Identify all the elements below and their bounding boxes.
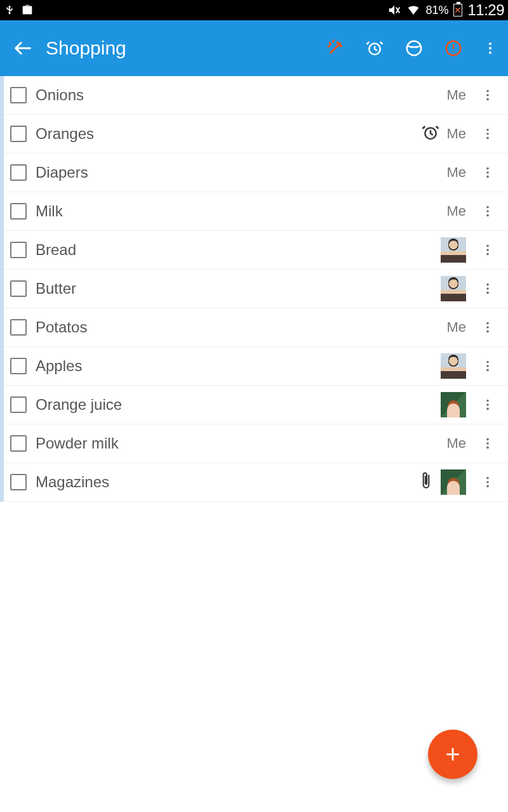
assignee-avatar bbox=[441, 276, 466, 301]
svg-point-49 bbox=[486, 477, 489, 480]
clock-text: 11:29 bbox=[467, 1, 504, 19]
battery-icon: ✕ bbox=[453, 4, 462, 16]
assignee-avatar bbox=[441, 237, 466, 263]
item-overflow-button[interactable] bbox=[475, 154, 500, 192]
status-bar: 81% ✕ 11:29 bbox=[0, 0, 508, 20]
item-label: Oranges bbox=[36, 125, 412, 143]
assignee-avatar bbox=[441, 469, 466, 495]
svg-point-11 bbox=[486, 98, 489, 101]
svg-point-18 bbox=[486, 171, 489, 174]
svg-point-25 bbox=[486, 245, 489, 247]
list-item[interactable]: Bread bbox=[4, 231, 508, 270]
svg-point-43 bbox=[486, 408, 489, 410]
svg-point-27 bbox=[486, 253, 489, 256]
item-label: Onions bbox=[36, 86, 438, 104]
svg-point-26 bbox=[486, 249, 489, 251]
item-overflow-button[interactable] bbox=[475, 231, 500, 269]
svg-point-29 bbox=[486, 284, 489, 286]
svg-point-19 bbox=[486, 176, 489, 178]
assignee-avatar bbox=[441, 353, 466, 379]
item-checkbox[interactable] bbox=[10, 164, 27, 181]
list-item[interactable]: Orange juice bbox=[4, 386, 508, 424]
briefcase-check-icon bbox=[20, 3, 34, 17]
svg-point-42 bbox=[486, 403, 489, 406]
attachment-icon bbox=[418, 471, 434, 493]
assignee-avatar bbox=[441, 392, 466, 417]
item-overflow-button[interactable] bbox=[475, 270, 500, 308]
assignee-me: Me bbox=[446, 319, 466, 336]
svg-point-17 bbox=[486, 167, 489, 170]
list-item[interactable]: Butter bbox=[4, 270, 508, 308]
shopping-list: Onions Me Oranges Me bbox=[0, 76, 508, 502]
assignee-me: Me bbox=[446, 435, 466, 452]
item-label: Milk bbox=[36, 202, 438, 220]
item-overflow-button[interactable] bbox=[475, 192, 500, 230]
item-overflow-button[interactable] bbox=[475, 424, 500, 462]
svg-point-6 bbox=[489, 47, 491, 49]
item-overflow-button[interactable] bbox=[475, 347, 500, 385]
item-overflow-button[interactable] bbox=[475, 308, 500, 346]
item-label: Potatos bbox=[36, 318, 438, 336]
svg-point-33 bbox=[486, 322, 489, 325]
page-title: Shopping bbox=[46, 37, 318, 59]
item-checkbox[interactable] bbox=[10, 87, 27, 103]
assignee-me: Me bbox=[446, 203, 466, 219]
item-overflow-button[interactable] bbox=[475, 76, 500, 114]
svg-point-30 bbox=[486, 287, 489, 290]
alarm-button[interactable] bbox=[357, 30, 392, 66]
alert-button[interactable] bbox=[436, 30, 471, 66]
list-item[interactable]: Powder milk Me bbox=[4, 424, 508, 463]
list-item[interactable]: Milk Me bbox=[4, 192, 508, 231]
appbar-overflow-button[interactable] bbox=[475, 30, 505, 66]
item-checkbox[interactable] bbox=[10, 396, 27, 413]
svg-point-31 bbox=[486, 292, 489, 294]
item-overflow-button[interactable] bbox=[475, 115, 500, 153]
svg-point-21 bbox=[486, 206, 489, 209]
svg-point-23 bbox=[486, 214, 489, 217]
item-overflow-button[interactable] bbox=[475, 386, 500, 424]
alarm-icon bbox=[421, 123, 440, 145]
svg-point-39 bbox=[486, 369, 489, 372]
item-checkbox[interactable] bbox=[10, 474, 27, 490]
item-label: Orange juice bbox=[36, 396, 432, 414]
item-checkbox[interactable] bbox=[10, 242, 27, 258]
add-item-fab[interactable] bbox=[428, 730, 478, 779]
item-checkbox[interactable] bbox=[10, 126, 27, 142]
item-checkbox[interactable] bbox=[10, 319, 27, 336]
svg-point-15 bbox=[486, 137, 489, 140]
list-item[interactable]: Potatos Me bbox=[4, 308, 508, 347]
list-item[interactable]: Magazines bbox=[4, 463, 508, 502]
wifi-icon bbox=[406, 3, 420, 17]
mute-icon bbox=[387, 3, 401, 17]
assignee-me: Me bbox=[446, 164, 466, 181]
svg-point-22 bbox=[486, 210, 489, 213]
svg-point-7 bbox=[489, 51, 491, 54]
svg-point-51 bbox=[486, 485, 489, 488]
list-item[interactable]: Apples bbox=[4, 347, 508, 386]
item-label: Bread bbox=[36, 241, 432, 259]
usb-icon bbox=[4, 4, 15, 16]
svg-point-13 bbox=[486, 129, 489, 131]
svg-point-45 bbox=[486, 438, 489, 441]
assignee-me: Me bbox=[446, 87, 466, 103]
svg-point-1 bbox=[407, 41, 422, 56]
svg-point-14 bbox=[486, 133, 489, 135]
item-checkbox[interactable] bbox=[10, 280, 27, 297]
list-item[interactable]: Oranges Me bbox=[4, 115, 508, 154]
battery-percent: 81% bbox=[425, 4, 448, 17]
svg-point-34 bbox=[486, 326, 489, 329]
item-checkbox[interactable] bbox=[10, 203, 27, 219]
svg-point-10 bbox=[486, 94, 489, 96]
svg-point-47 bbox=[486, 447, 489, 449]
list-item[interactable]: Onions Me bbox=[4, 76, 508, 115]
list-item[interactable]: Diapers Me bbox=[4, 154, 508, 192]
svg-point-38 bbox=[486, 365, 489, 367]
item-label: Powder milk bbox=[36, 435, 438, 452]
item-overflow-button[interactable] bbox=[475, 463, 500, 501]
face-button[interactable] bbox=[396, 30, 432, 66]
item-checkbox[interactable] bbox=[10, 358, 27, 374]
item-label: Magazines bbox=[36, 473, 409, 491]
item-checkbox[interactable] bbox=[10, 435, 27, 452]
back-button[interactable] bbox=[0, 20, 46, 76]
magic-wand-button[interactable] bbox=[318, 30, 353, 66]
